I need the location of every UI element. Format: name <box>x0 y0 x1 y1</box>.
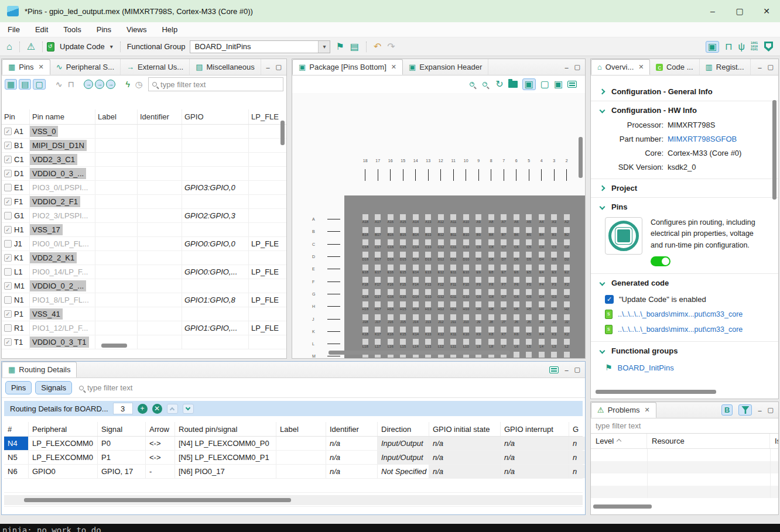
routing-col-header[interactable]: Direction <box>378 422 429 436</box>
package-pin[interactable]: B11 <box>447 225 460 238</box>
update-code-dropdown-icon[interactable]: ▾ <box>110 44 113 50</box>
update-code-checkbox[interactable]: ✓ <box>605 295 614 304</box>
tab-routing-details[interactable]: ▦ Routing Details <box>2 362 77 377</box>
signals-toggle-button[interactable]: Signals <box>35 381 72 394</box>
routing-col-header[interactable]: Label <box>276 422 326 436</box>
package-pin[interactable]: L16 <box>384 338 397 350</box>
package-pin[interactable]: H3 <box>548 300 561 313</box>
routing-row[interactable]: N5LP_FLEXCOMM0P1<->[N5] LP_FLEXCOMM0_P1n… <box>4 451 583 465</box>
package-pin[interactable]: F15 <box>397 275 410 287</box>
tab-overview[interactable]: ⌂ Overvi... ✕ <box>591 59 650 75</box>
package-pin[interactable]: L4 <box>535 338 548 350</box>
show-input-pins-icon[interactable]: → <box>84 80 93 89</box>
package-pin[interactable]: G14 <box>409 288 422 300</box>
package-pin[interactable]: A9 <box>473 213 485 225</box>
registers-tool-icon[interactable]: 100110100101 <box>751 42 758 52</box>
package-horizontal-scrollbar[interactable] <box>329 351 510 355</box>
pin-checkbox[interactable] <box>4 212 12 219</box>
redo-icon[interactable]: ↷ <box>387 42 395 52</box>
package-pin[interactable]: L11 <box>447 338 460 350</box>
table-row[interactable]: ✓M1VDDIO_0_2_... <box>2 279 286 293</box>
board-initpins-link[interactable]: BOARD_InitPins <box>618 363 674 372</box>
routing-col-header[interactable]: Peripheral <box>29 422 98 436</box>
package-pin[interactable]: A18 <box>359 213 372 225</box>
routing-scrollbar-track[interactable] <box>4 495 583 505</box>
package-pin[interactable]: G2 <box>560 288 573 300</box>
table-row[interactable]: ✓H1VSS_17 <box>2 223 286 237</box>
package-pin[interactable]: L14 <box>409 338 422 350</box>
table-row[interactable]: ✓A1VSS_0 <box>2 125 286 139</box>
table-row[interactable]: ✓D1VDDIO_0_3_... <box>2 167 286 181</box>
package-pin[interactable]: K5 <box>523 325 536 338</box>
package-pin[interactable]: F6 <box>510 275 523 287</box>
routing-col-header[interactable]: Signal <box>98 422 146 436</box>
package-pin[interactable]: A8 <box>485 213 498 225</box>
package-pin[interactable]: H18 <box>359 300 372 313</box>
package-pin[interactable]: L12 <box>435 338 447 350</box>
pin-checkbox[interactable]: ✓ <box>4 310 12 318</box>
package-pin[interactable]: A15 <box>397 213 410 225</box>
minimize-panel-icon[interactable]: – <box>758 64 761 71</box>
package-pin[interactable]: D16 <box>384 250 397 263</box>
package-pin[interactable]: J10 <box>460 313 473 325</box>
trustzone-tool-icon[interactable] <box>764 42 773 52</box>
table-row[interactable]: G1PIO2_3/LPSPI...GPIO2:GPIO,3 <box>2 209 286 223</box>
problems-filter-input[interactable]: type filter text <box>591 418 778 434</box>
table-row[interactable]: ✓C1VDD2_3_C1 <box>2 153 286 167</box>
filter-funnel-icon[interactable] <box>738 404 752 416</box>
package-pin[interactable]: M5 <box>523 350 536 358</box>
minimize-window-icon[interactable]: – <box>699 0 726 22</box>
package-pin[interactable]: B8 <box>485 225 498 238</box>
package-pin[interactable]: B9 <box>473 225 485 238</box>
package-pin[interactable]: D4 <box>535 250 548 263</box>
close-icon[interactable]: ✕ <box>645 406 650 414</box>
package-pin[interactable]: F4 <box>535 275 548 287</box>
package-pin[interactable]: D9 <box>473 250 485 263</box>
package-pin[interactable]: E15 <box>397 263 410 275</box>
package-pin[interactable]: F2 <box>560 275 573 287</box>
pins-toggle-button[interactable]: Pins <box>5 381 32 394</box>
routing-col-header[interactable]: G <box>569 422 586 436</box>
package-pin[interactable]: B7 <box>498 225 511 238</box>
package-pin[interactable]: B3 <box>548 225 561 238</box>
package-pin[interactable]: F16 <box>384 275 397 287</box>
move-up-icon[interactable] <box>167 404 178 414</box>
package-pin[interactable]: E10 <box>460 263 473 275</box>
package-pin[interactable]: H2 <box>560 300 573 313</box>
pin-checkbox[interactable]: ✓ <box>4 226 12 234</box>
tab-package[interactable]: ▣ Package [Pins Bottom] ✕ <box>292 59 403 75</box>
pin-checkbox[interactable] <box>4 184 12 191</box>
package-view-icon[interactable]: ▣ <box>522 78 536 90</box>
package-pin[interactable]: M3 <box>548 350 561 358</box>
package-pin[interactable]: D15 <box>397 250 410 263</box>
close-icon[interactable]: ✕ <box>638 63 644 71</box>
package-pin[interactable]: A17 <box>372 213 385 225</box>
package-pin[interactable]: B16 <box>384 225 397 238</box>
package-pin[interactable]: C18 <box>359 238 372 250</box>
col-identifier[interactable]: Identifier <box>138 109 182 124</box>
package-pin[interactable]: J12 <box>435 313 447 325</box>
package-pin[interactable]: E11 <box>447 263 460 275</box>
package-pin[interactable]: J5 <box>523 313 536 325</box>
home-icon[interactable]: ⌂ <box>6 42 12 52</box>
package-pin[interactable]: D14 <box>409 250 422 263</box>
package-pin[interactable]: J16 <box>384 313 397 325</box>
package-pin[interactable]: A5 <box>523 213 536 225</box>
tab-miscellaneous[interactable]: ▤ Miscellaneous <box>190 59 261 75</box>
col-resource[interactable]: Resource <box>647 434 770 448</box>
menu-views[interactable]: Views <box>119 25 154 34</box>
package-pin[interactable]: C10 <box>460 238 473 250</box>
power-pins-icon[interactable]: ϟ <box>124 80 131 89</box>
package-pin[interactable]: L3 <box>548 338 561 350</box>
package-pin[interactable]: K9 <box>473 325 485 338</box>
package-pin[interactable]: M4 <box>535 350 548 358</box>
package-pin[interactable]: H5 <box>523 300 536 313</box>
project-header[interactable]: Project <box>591 179 778 197</box>
package-pin[interactable]: E17 <box>372 263 385 275</box>
package-pin[interactable]: H15 <box>397 300 410 313</box>
package-pin[interactable]: A7 <box>498 213 511 225</box>
pin-checkbox[interactable]: ✓ <box>4 128 12 135</box>
table-row[interactable]: J1PIO0_0/LP_FL...GPIO0:GPIO,0LP_FLE <box>2 237 286 251</box>
package-pin[interactable]: F3 <box>548 275 561 287</box>
package-pin[interactable]: E16 <box>384 263 397 275</box>
